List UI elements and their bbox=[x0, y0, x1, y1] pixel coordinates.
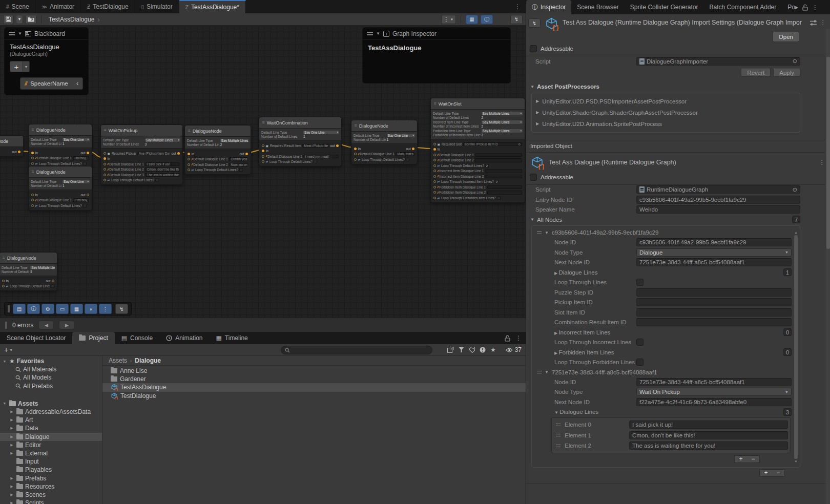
breadcrumb-current[interactable]: Dialogue bbox=[135, 357, 161, 364]
tree-item-scripts[interactable]: ▶Scripts bbox=[0, 499, 102, 504]
port-dot[interactable] bbox=[262, 144, 264, 147]
port-checkbox[interactable] bbox=[155, 178, 159, 182]
node-collapse-icon[interactable]: ≡ bbox=[32, 170, 34, 174]
favorites-root[interactable]: ▼★Favorites bbox=[0, 357, 102, 365]
save-dropdown-button[interactable]: ▼ bbox=[16, 15, 23, 24]
blackboard-toggle-button[interactable]: ▦ bbox=[70, 304, 83, 314]
port-dot[interactable] bbox=[31, 157, 34, 159]
tab-animation[interactable]: Animation bbox=[159, 332, 209, 344]
port-text-field[interactable] bbox=[485, 175, 522, 179]
tree-item-prefabs[interactable]: ▶Prefabs bbox=[0, 474, 102, 482]
element-field[interactable]: The ass is waiting there for you! bbox=[629, 442, 788, 450]
row-field[interactable]: f22a475e-4c2f-41c6-9b73-6a83498abfe0 bbox=[636, 398, 792, 406]
port-dot[interactable] bbox=[433, 159, 436, 161]
out-port-dot[interactable] bbox=[336, 144, 339, 147]
row-checkbox[interactable] bbox=[636, 279, 644, 286]
foldout-arrow-icon[interactable]: ▶ bbox=[9, 426, 14, 430]
graph-tabbar-menu-icon[interactable]: ⋮ bbox=[509, 0, 526, 13]
tree-item-resources[interactable]: ▶Resources bbox=[0, 482, 102, 491]
reorder-handle-icon[interactable] bbox=[556, 424, 561, 426]
property-dropdown[interactable]: Say One Line▾ bbox=[63, 180, 90, 184]
graph-node-dialoguenode-1[interactable]: ≡DialogueNodeDefault Line TypeSay One Li… bbox=[28, 124, 92, 169]
breadcrumb-root[interactable]: Assets bbox=[109, 357, 127, 364]
postprocessor-item[interactable]: ▶UnityEditor.U2D.Animation.SpritePostPro… bbox=[536, 118, 796, 130]
graph-node-dialoguenode-8[interactable]: ≡DialogueNodeDefault Line TypeSay Multip… bbox=[0, 252, 57, 291]
previous-error-button[interactable]: ◀ bbox=[38, 321, 54, 329]
graph-breadcrumb[interactable]: TestAssDialogue› bbox=[49, 15, 100, 24]
property-control[interactable]: Say Multiple Lines▾ bbox=[220, 139, 248, 143]
node-title-bar[interactable]: ≡WaitOnCombination bbox=[259, 117, 341, 129]
tree-item-dialogue[interactable]: ▶Dialogue bbox=[0, 433, 102, 441]
favorites-star-icon[interactable]: ★ bbox=[490, 346, 496, 353]
scrollbar-thumb[interactable] bbox=[826, 57, 830, 249]
port-dot[interactable] bbox=[188, 153, 190, 155]
port-text-field[interactable]: I said pick it up! bbox=[145, 162, 180, 166]
panel-menu-icon[interactable]: ⋮ bbox=[515, 334, 522, 342]
port-dot[interactable] bbox=[433, 191, 436, 194]
tree-item-addressableassetsdata[interactable]: ▶AddressableAssetsData bbox=[0, 408, 102, 416]
node-collapse-icon[interactable]: ≡ bbox=[434, 101, 437, 106]
property-dropdown[interactable]: Say One Line▾ bbox=[387, 134, 415, 138]
drag-handle-icon[interactable] bbox=[8, 305, 10, 312]
remove-element-button[interactable]: − bbox=[747, 456, 759, 463]
port-checkbox[interactable] bbox=[51, 284, 54, 288]
graph-node-dialoguenode-6[interactable]: ≡DialogueNodeDefault Line TypeSay One Li… bbox=[351, 120, 418, 164]
port-dot[interactable] bbox=[262, 155, 264, 158]
file-item-testassdialogue[interactable]: {}TestAssDialogue bbox=[102, 383, 526, 391]
foldout-arrow-icon[interactable]: ▼ bbox=[545, 370, 549, 374]
create-asset-button[interactable]: +▼ bbox=[4, 346, 13, 354]
property-control[interactable]: Say Multiple Lines▾ bbox=[482, 129, 523, 133]
port-dot[interactable] bbox=[103, 152, 106, 155]
port-dot[interactable] bbox=[103, 174, 106, 176]
node-title-bar[interactable]: ≡StartNode bbox=[0, 136, 23, 147]
property-control[interactable]: Say One Line▾ bbox=[387, 134, 415, 138]
tree-item-external[interactable]: ▶External bbox=[0, 449, 102, 457]
foldout-arrow-icon[interactable]: ▶ bbox=[9, 435, 14, 439]
asset-postprocessors-foldout[interactable]: ▼ Asset PostProcessors bbox=[526, 82, 830, 92]
port-dot[interactable] bbox=[262, 150, 264, 152]
port-checkbox[interactable] bbox=[83, 162, 87, 165]
revert-button[interactable]: Revert bbox=[741, 69, 771, 77]
postprocessor-item[interactable]: ▶UnityEditor.ShaderGraph.ShaderGraphAsse… bbox=[536, 107, 796, 118]
port-text-field[interactable] bbox=[475, 153, 522, 157]
out-port-dot[interactable] bbox=[87, 194, 89, 196]
add-element-button[interactable]: + bbox=[735, 456, 747, 463]
add-property-dropdown[interactable]: ▼ bbox=[23, 61, 30, 72]
property-dropdown[interactable]: Say Multiple Lines▾ bbox=[220, 139, 248, 143]
property-control[interactable]: Say One Line▾ bbox=[303, 131, 339, 135]
port-dot[interactable] bbox=[31, 152, 34, 154]
row-checkbox[interactable] bbox=[636, 359, 644, 366]
favorite-item-all-prefabs[interactable]: All Prefabs bbox=[0, 382, 102, 390]
file-item-anne-lise[interactable]: Anne Lise bbox=[102, 367, 526, 375]
port-dot[interactable] bbox=[103, 157, 106, 160]
port-object-field[interactable]: Axe (Pickup Item Data)⊙ bbox=[137, 152, 170, 156]
property-control[interactable]: Say Multiple Lines▾ bbox=[30, 266, 55, 270]
search-by-label-icon[interactable] bbox=[469, 347, 475, 353]
scroll-down-icon[interactable]: ▼ bbox=[795, 460, 798, 463]
search-in-window-icon[interactable] bbox=[447, 347, 454, 353]
drag-handle-icon[interactable] bbox=[5, 322, 7, 329]
lock-icon[interactable] bbox=[802, 4, 808, 11]
foldout-arrow-icon[interactable]: ▶ bbox=[9, 485, 14, 489]
port-dot[interactable] bbox=[103, 179, 106, 181]
graph-node-waitonslot-7[interactable]: ≡WaitOnSlotDefault Line TypeSay Multiple… bbox=[430, 98, 525, 203]
object-picker-icon[interactable]: ⊙ bbox=[793, 58, 797, 65]
port-dot[interactable] bbox=[433, 143, 436, 145]
node-collapse-icon[interactable]: ≡ bbox=[355, 123, 357, 128]
property-collapse-icon[interactable]: ‹ bbox=[76, 80, 78, 87]
kebab-menu-icon[interactable]: ⋮ bbox=[820, 19, 826, 26]
graph-node-dialoguenode-2[interactable]: ≡DialogueNodeDefault Line TypeSay One Li… bbox=[28, 166, 92, 211]
port-checkbox[interactable] bbox=[497, 196, 501, 200]
graph-inspector-panel[interactable]: ▼ i Graph Inspector TestAssDialogue bbox=[362, 27, 511, 83]
tree-item-data[interactable]: ▶Data bbox=[0, 424, 102, 432]
row-field[interactable]: 7251e73e-38d3-44ff-a8c5-bcf54088aaf1 bbox=[636, 378, 792, 386]
port-dot[interactable] bbox=[2, 285, 5, 287]
window-button[interactable]: ▭ bbox=[56, 304, 69, 314]
property-dropdown[interactable]: Say One Line▾ bbox=[63, 138, 90, 142]
presets-icon[interactable] bbox=[810, 20, 817, 26]
speaker-name-field[interactable]: Weirdo bbox=[636, 205, 800, 214]
port-dot[interactable] bbox=[188, 169, 190, 171]
node-title-bar[interactable]: ≡DialogueNode bbox=[185, 125, 251, 137]
play-preview-button[interactable]: ◗ bbox=[85, 304, 97, 314]
port-checkbox[interactable] bbox=[406, 158, 409, 161]
